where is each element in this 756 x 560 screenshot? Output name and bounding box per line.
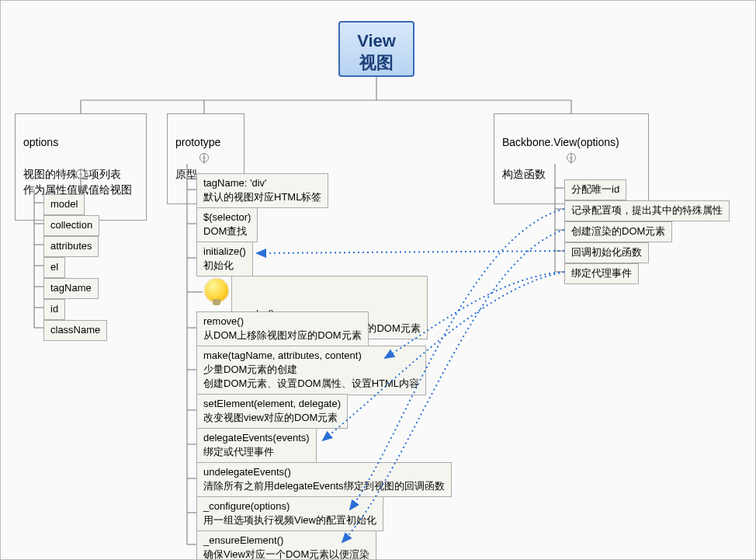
leaf-proto-delegate[interactable]: delegateEvents(events) 绑定或代理事件: [196, 428, 317, 463]
lightbulb-icon: [205, 279, 228, 302]
leaf-options-collection[interactable]: collection: [43, 215, 99, 236]
leaf-ctor-bind-delegate[interactable]: 绑定代理事件: [564, 263, 639, 284]
root-title-zh: 视图: [340, 52, 413, 74]
leaf-ctor-cb-init[interactable]: 回调初始化函数: [564, 242, 649, 263]
toggle-icon[interactable]: [567, 153, 576, 162]
leaf-options-model[interactable]: model: [43, 194, 85, 215]
leaf-options-id[interactable]: id: [43, 299, 65, 320]
diagram-canvas: View 视图 options 视图的特殊选项列表 作为属性值赋值给视图 mod…: [1, 1, 755, 559]
leaf-proto-remove[interactable]: remove() 从DOM上移除视图对应的DOM元素: [196, 311, 369, 346]
leaf-options-tagname[interactable]: tagName: [43, 278, 99, 299]
branch-title: Backbone.View(options): [502, 134, 640, 150]
leaf-ctor-create-dom[interactable]: 创建渲染的DOM元素: [564, 221, 672, 242]
branch-title: prototype: [175, 134, 236, 150]
toggle-icon[interactable]: [199, 153, 209, 162]
leaf-proto-setelement[interactable]: setElement(element, delegate) 改变视图view对应…: [196, 394, 348, 429]
leaf-proto-dollar[interactable]: $(selector) DOM查找: [196, 207, 258, 242]
leaf-proto-tagname[interactable]: tagName: 'div' 默认的视图对应HTML标签: [196, 173, 328, 208]
leaf-proto-ensureel[interactable]: _ensureElement() 确保View对应一个DOM元素以便渲染: [196, 530, 376, 560]
leaf-options-el[interactable]: el: [43, 257, 65, 278]
leaf-options-attributes[interactable]: attributes: [43, 236, 99, 257]
leaf-ctor-record-opts[interactable]: 记录配置项，提出其中的特殊属性: [564, 200, 730, 221]
root-node-view[interactable]: View 视图: [338, 21, 414, 77]
leaf-proto-configure[interactable]: _configure(options) 用一组选项执行视频View的配置初始化: [196, 496, 383, 531]
leaf-ctor-uid[interactable]: 分配唯一id: [564, 179, 626, 200]
branch-title: options: [23, 134, 138, 150]
leaf-proto-initialize[interactable]: initialize() 初始化: [196, 242, 253, 277]
leaf-options-classname[interactable]: className: [43, 320, 107, 341]
root-title-en: View: [340, 30, 413, 52]
leaf-proto-undelegate[interactable]: undelegateEvents() 清除所有之前用delegateEvents…: [196, 462, 452, 497]
leaf-proto-make[interactable]: make(tagName, attributes, content) 少量DOM…: [196, 346, 426, 395]
toggle-icon[interactable]: [76, 169, 85, 179]
